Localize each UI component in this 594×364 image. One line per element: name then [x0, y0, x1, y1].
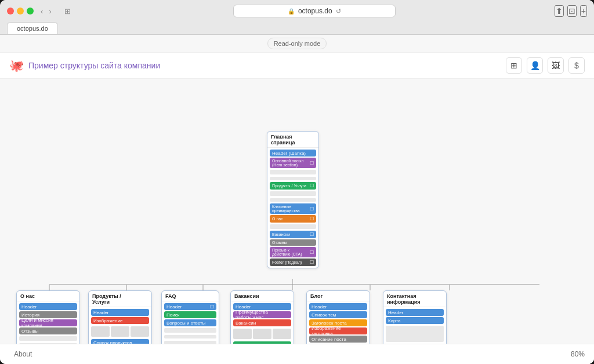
active-tab[interactable]: octopus.do	[7, 22, 58, 34]
minimize-button[interactable]	[17, 8, 24, 14]
forward-button[interactable]: ›	[46, 6, 53, 17]
zoom-indicator: 80%	[571, 350, 585, 358]
image-tool-button[interactable]: 🖼	[548, 57, 564, 74]
address-bar[interactable]: 🔒 octopus.do ↺	[233, 5, 396, 17]
page-title: Пример структуры сайта компании	[28, 61, 160, 70]
maximize-button[interactable]	[27, 8, 34, 14]
bottom-bar: About 80%	[0, 344, 594, 364]
node-main-title: Главнаястраница	[267, 132, 318, 148]
node-main[interactable]: Главнаястраница Header (Шапка) Основной …	[267, 131, 319, 268]
reload-icon[interactable]: ↺	[336, 8, 341, 15]
lock-icon: 🔒	[288, 8, 295, 14]
node-vacancies[interactable]: Вакансии Header Преимуществаработы у нас…	[230, 290, 294, 344]
about-button[interactable]: About	[9, 348, 37, 361]
url-text: octopus.do	[298, 7, 332, 15]
node-vacancies-title: Вакансии	[231, 291, 294, 301]
add-tab-button[interactable]: +	[580, 5, 587, 17]
close-button[interactable]	[7, 8, 14, 14]
node-contacts-title: Контактнаяинформация	[383, 291, 446, 307]
main-item-header: Header (Шапка)	[270, 150, 316, 156]
user-tool-button[interactable]: 👤	[527, 57, 543, 74]
node-faq-title: FAQ	[162, 291, 219, 301]
node-faq[interactable]: FAQ Header☐ Поиск Вопросы и ответы Живой…	[161, 290, 219, 344]
node-contacts[interactable]: Контактнаяинформация Header Карта Местоп…	[383, 290, 447, 344]
node-blog[interactable]: Блог Header Список тем Заголовок поста И…	[306, 290, 370, 344]
node-blog-title: Блог	[307, 291, 370, 301]
share-button[interactable]: ⬆	[555, 5, 564, 17]
back-button[interactable]: ‹	[38, 6, 45, 17]
canvas-area: Главнаястраница Header (Шапка) Основной …	[0, 79, 594, 344]
about-item-header: Header	[19, 303, 77, 310]
node-about[interactable]: О нас Header История Цели и миссиякомпан…	[16, 290, 80, 344]
dollar-tool-button[interactable]: $	[568, 57, 585, 74]
node-products-title: Продукты /Услуги	[89, 291, 151, 307]
node-about-title: О нас	[17, 291, 79, 301]
sidebar-toggle-button[interactable]: ⊞	[61, 6, 74, 17]
node-products[interactable]: Продукты /Услуги Header Изображение Спис…	[88, 290, 152, 344]
bookmark-button[interactable]: ⊡	[567, 5, 577, 17]
readonly-badge: Read-only mode	[267, 38, 327, 49]
sitemap-tool-button[interactable]: ⊞	[506, 57, 522, 74]
octopus-logo: 🐙	[9, 59, 24, 72]
